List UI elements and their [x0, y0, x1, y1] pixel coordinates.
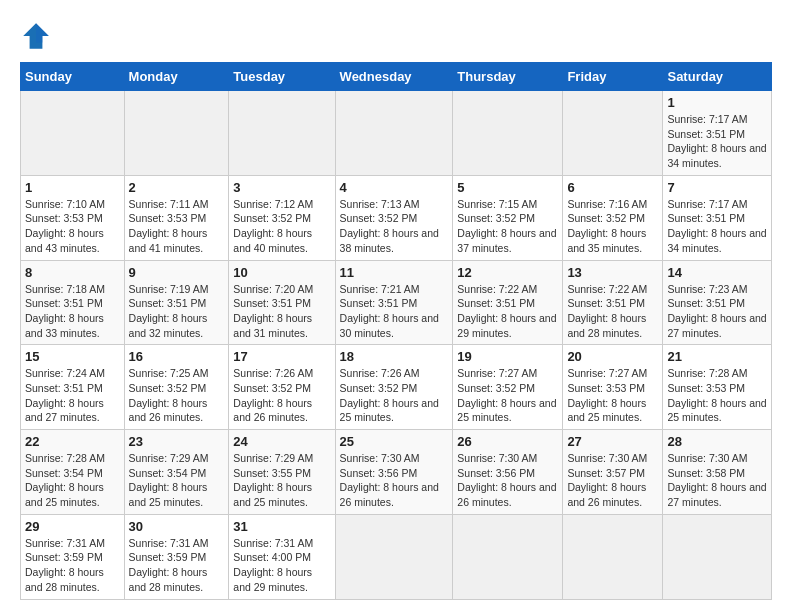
- weekday-header: Thursday: [453, 63, 563, 91]
- day-info: Sunrise: 7:26 AM Sunset: 3:52 PM Dayligh…: [340, 366, 449, 425]
- day-number: 17: [233, 349, 330, 364]
- calendar-cell: 4 Sunrise: 7:13 AM Sunset: 3:52 PM Dayli…: [335, 175, 453, 260]
- calendar-cell: 22 Sunrise: 7:28 AM Sunset: 3:54 PM Dayl…: [21, 430, 125, 515]
- day-info: Sunrise: 7:27 AM Sunset: 3:53 PM Dayligh…: [567, 366, 658, 425]
- weekday-header: Sunday: [21, 63, 125, 91]
- day-number: 8: [25, 265, 120, 280]
- calendar-cell: 1 Sunrise: 7:17 AM Sunset: 3:51 PM Dayli…: [663, 91, 772, 176]
- calendar-cell: 19 Sunrise: 7:27 AM Sunset: 3:52 PM Dayl…: [453, 345, 563, 430]
- day-number: 15: [25, 349, 120, 364]
- day-info: Sunrise: 7:17 AM Sunset: 3:51 PM Dayligh…: [667, 112, 767, 171]
- day-number: 11: [340, 265, 449, 280]
- header: [20, 20, 772, 52]
- day-number: 18: [340, 349, 449, 364]
- day-info: Sunrise: 7:21 AM Sunset: 3:51 PM Dayligh…: [340, 282, 449, 341]
- calendar-cell: 21 Sunrise: 7:28 AM Sunset: 3:53 PM Dayl…: [663, 345, 772, 430]
- day-info: Sunrise: 7:18 AM Sunset: 3:51 PM Dayligh…: [25, 282, 120, 341]
- weekday-header: Saturday: [663, 63, 772, 91]
- day-number: 21: [667, 349, 767, 364]
- day-info: Sunrise: 7:13 AM Sunset: 3:52 PM Dayligh…: [340, 197, 449, 256]
- day-number: 20: [567, 349, 658, 364]
- day-number: 19: [457, 349, 558, 364]
- day-number: 23: [129, 434, 225, 449]
- calendar-week-row: 22 Sunrise: 7:28 AM Sunset: 3:54 PM Dayl…: [21, 430, 772, 515]
- calendar-cell: [124, 91, 229, 176]
- calendar-cell: [663, 514, 772, 599]
- day-number: 2: [129, 180, 225, 195]
- day-info: Sunrise: 7:30 AM Sunset: 3:57 PM Dayligh…: [567, 451, 658, 510]
- header-row: SundayMondayTuesdayWednesdayThursdayFrid…: [21, 63, 772, 91]
- day-info: Sunrise: 7:30 AM Sunset: 3:58 PM Dayligh…: [667, 451, 767, 510]
- calendar-cell: 24 Sunrise: 7:29 AM Sunset: 3:55 PM Dayl…: [229, 430, 335, 515]
- day-info: Sunrise: 7:20 AM Sunset: 3:51 PM Dayligh…: [233, 282, 330, 341]
- day-number: 10: [233, 265, 330, 280]
- day-info: Sunrise: 7:17 AM Sunset: 3:51 PM Dayligh…: [667, 197, 767, 256]
- calendar-cell: 11 Sunrise: 7:21 AM Sunset: 3:51 PM Dayl…: [335, 260, 453, 345]
- calendar-cell: [453, 91, 563, 176]
- calendar-cell: 29 Sunrise: 7:31 AM Sunset: 3:59 PM Dayl…: [21, 514, 125, 599]
- day-number: 30: [129, 519, 225, 534]
- day-number: 3: [233, 180, 330, 195]
- calendar-cell: 23 Sunrise: 7:29 AM Sunset: 3:54 PM Dayl…: [124, 430, 229, 515]
- weekday-header: Wednesday: [335, 63, 453, 91]
- day-info: Sunrise: 7:30 AM Sunset: 3:56 PM Dayligh…: [340, 451, 449, 510]
- logo-icon: [20, 20, 52, 52]
- weekday-header: Tuesday: [229, 63, 335, 91]
- calendar-cell: 10 Sunrise: 7:20 AM Sunset: 3:51 PM Dayl…: [229, 260, 335, 345]
- day-number: 1: [667, 95, 767, 110]
- day-number: 1: [25, 180, 120, 195]
- calendar-table: SundayMondayTuesdayWednesdayThursdayFrid…: [20, 62, 772, 600]
- weekday-header: Monday: [124, 63, 229, 91]
- calendar-cell: 26 Sunrise: 7:30 AM Sunset: 3:56 PM Dayl…: [453, 430, 563, 515]
- day-info: Sunrise: 7:28 AM Sunset: 3:53 PM Dayligh…: [667, 366, 767, 425]
- calendar-cell: 17 Sunrise: 7:26 AM Sunset: 3:52 PM Dayl…: [229, 345, 335, 430]
- day-info: Sunrise: 7:28 AM Sunset: 3:54 PM Dayligh…: [25, 451, 120, 510]
- calendar-cell: 7 Sunrise: 7:17 AM Sunset: 3:51 PM Dayli…: [663, 175, 772, 260]
- calendar-cell: [21, 91, 125, 176]
- calendar-cell: 27 Sunrise: 7:30 AM Sunset: 3:57 PM Dayl…: [563, 430, 663, 515]
- day-number: 25: [340, 434, 449, 449]
- day-info: Sunrise: 7:29 AM Sunset: 3:54 PM Dayligh…: [129, 451, 225, 510]
- calendar-cell: [563, 91, 663, 176]
- day-number: 27: [567, 434, 658, 449]
- day-info: Sunrise: 7:12 AM Sunset: 3:52 PM Dayligh…: [233, 197, 330, 256]
- calendar-cell: [453, 514, 563, 599]
- day-info: Sunrise: 7:26 AM Sunset: 3:52 PM Dayligh…: [233, 366, 330, 425]
- day-info: Sunrise: 7:31 AM Sunset: 4:00 PM Dayligh…: [233, 536, 330, 595]
- day-number: 28: [667, 434, 767, 449]
- calendar-cell: 20 Sunrise: 7:27 AM Sunset: 3:53 PM Dayl…: [563, 345, 663, 430]
- day-info: Sunrise: 7:19 AM Sunset: 3:51 PM Dayligh…: [129, 282, 225, 341]
- day-number: 6: [567, 180, 658, 195]
- weekday-header: Friday: [563, 63, 663, 91]
- calendar-week-row: 1 Sunrise: 7:10 AM Sunset: 3:53 PM Dayli…: [21, 175, 772, 260]
- calendar-cell: 15 Sunrise: 7:24 AM Sunset: 3:51 PM Dayl…: [21, 345, 125, 430]
- calendar-cell: 28 Sunrise: 7:30 AM Sunset: 3:58 PM Dayl…: [663, 430, 772, 515]
- calendar-week-row: 1 Sunrise: 7:17 AM Sunset: 3:51 PM Dayli…: [21, 91, 772, 176]
- day-number: 9: [129, 265, 225, 280]
- day-info: Sunrise: 7:15 AM Sunset: 3:52 PM Dayligh…: [457, 197, 558, 256]
- day-number: 14: [667, 265, 767, 280]
- day-info: Sunrise: 7:24 AM Sunset: 3:51 PM Dayligh…: [25, 366, 120, 425]
- calendar-cell: 18 Sunrise: 7:26 AM Sunset: 3:52 PM Dayl…: [335, 345, 453, 430]
- day-number: 12: [457, 265, 558, 280]
- calendar-week-row: 8 Sunrise: 7:18 AM Sunset: 3:51 PM Dayli…: [21, 260, 772, 345]
- day-info: Sunrise: 7:16 AM Sunset: 3:52 PM Dayligh…: [567, 197, 658, 256]
- day-number: 26: [457, 434, 558, 449]
- svg-marker-1: [36, 23, 49, 42]
- calendar-cell: [335, 91, 453, 176]
- day-info: Sunrise: 7:22 AM Sunset: 3:51 PM Dayligh…: [567, 282, 658, 341]
- day-number: 13: [567, 265, 658, 280]
- calendar-cell: 5 Sunrise: 7:15 AM Sunset: 3:52 PM Dayli…: [453, 175, 563, 260]
- day-info: Sunrise: 7:29 AM Sunset: 3:55 PM Dayligh…: [233, 451, 330, 510]
- calendar-cell: 8 Sunrise: 7:18 AM Sunset: 3:51 PM Dayli…: [21, 260, 125, 345]
- day-number: 16: [129, 349, 225, 364]
- calendar-cell: 12 Sunrise: 7:22 AM Sunset: 3:51 PM Dayl…: [453, 260, 563, 345]
- calendar-cell: 31 Sunrise: 7:31 AM Sunset: 4:00 PM Dayl…: [229, 514, 335, 599]
- calendar-cell: [229, 91, 335, 176]
- day-number: 31: [233, 519, 330, 534]
- calendar-week-row: 15 Sunrise: 7:24 AM Sunset: 3:51 PM Dayl…: [21, 345, 772, 430]
- calendar-week-row: 29 Sunrise: 7:31 AM Sunset: 3:59 PM Dayl…: [21, 514, 772, 599]
- day-info: Sunrise: 7:11 AM Sunset: 3:53 PM Dayligh…: [129, 197, 225, 256]
- day-info: Sunrise: 7:31 AM Sunset: 3:59 PM Dayligh…: [129, 536, 225, 595]
- day-info: Sunrise: 7:30 AM Sunset: 3:56 PM Dayligh…: [457, 451, 558, 510]
